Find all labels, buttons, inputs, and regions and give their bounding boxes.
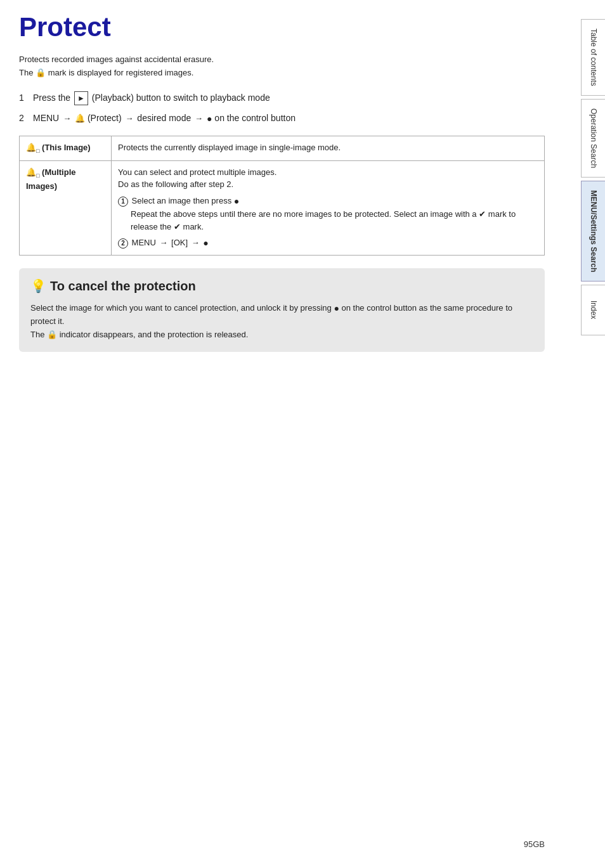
multiple-images-item2: 2 MENU → [OK] → ●	[118, 236, 538, 250]
this-image-icon: 🔔□	[26, 143, 39, 152]
step1-num: 1	[19, 93, 28, 103]
multiple-images-item1-detail: Repeat the above steps until there are n…	[131, 208, 538, 233]
tab-group: Table of contents Operation Search MENU/…	[581, 19, 605, 337]
tab-table-of-contents[interactable]: Table of contents	[581, 19, 605, 96]
multiple-images-step: Do as the following after step 2.	[118, 178, 538, 191]
tip-icon: 💡	[30, 278, 46, 294]
multiple-images-item1: 1 Select an image then press ● Repeat th…	[118, 195, 538, 233]
main-content: Protect Protects recorded images against…	[19, 13, 545, 390]
step1: 1 Press the ► (Playback) button to switc…	[19, 91, 545, 105]
sidebar: Table of contents Operation Search MENU/…	[551, 0, 605, 868]
intro-line1: Protects recorded images against acciden…	[19, 53, 545, 67]
playback-btn: ►	[74, 91, 88, 105]
circle-num-2: 2	[118, 238, 128, 249]
cancel-section: 💡 To cancel the protection Select the im…	[19, 268, 545, 352]
step1-text: Press the ► (Playback) button to switch …	[33, 91, 270, 105]
intro-line2: The 🔒 mark is displayed for registered i…	[19, 67, 545, 80]
table-col1-this-image: 🔔□ (This Image)	[20, 136, 112, 160]
tab-index[interactable]: Index	[581, 285, 605, 335]
tab-menu-settings-search[interactable]: MENU/Settings Search	[581, 181, 605, 282]
table-row-this-image: 🔔□ (This Image) Protects the currently d…	[20, 136, 545, 160]
circle-num-1: 1	[118, 197, 128, 207]
protect-table: 🔔□ (This Image) Protects the currently d…	[19, 136, 545, 256]
multiple-images-icon: 🔔□	[26, 167, 39, 177]
step2-num: 2	[19, 113, 28, 123]
page-title: Protect	[19, 13, 545, 42]
this-image-label: (This Image)	[42, 143, 91, 152]
table-col2-multiple-images: You can select and protect multiple imag…	[112, 160, 545, 255]
table-row-multiple-images: 🔔□ (Multiple Images) You can select and …	[20, 160, 545, 255]
tab-operation-search[interactable]: Operation Search	[581, 99, 605, 178]
cancel-text2: The 🔒 indicator disappears, and the prot…	[30, 328, 533, 342]
intro-text: Protects recorded images against acciden…	[19, 53, 545, 80]
cancel-title: 💡 To cancel the protection	[30, 278, 533, 294]
multiple-images-intro: You can select and protect multiple imag…	[118, 166, 538, 179]
table-col2-this-image: Protects the currently displayed image i…	[112, 136, 545, 160]
cancel-text: Select the image for which you want to c…	[30, 301, 533, 342]
cancel-text1: Select the image for which you want to c…	[30, 301, 533, 328]
page-number: 95GB	[524, 839, 545, 849]
table-col1-multiple-images: 🔔□ (Multiple Images)	[20, 160, 112, 255]
step2: 2 MENU → 🔔 (Protect) → desired mode → ● …	[19, 112, 545, 126]
step2-text: MENU → 🔔 (Protect) → desired mode → ● on…	[33, 112, 296, 126]
